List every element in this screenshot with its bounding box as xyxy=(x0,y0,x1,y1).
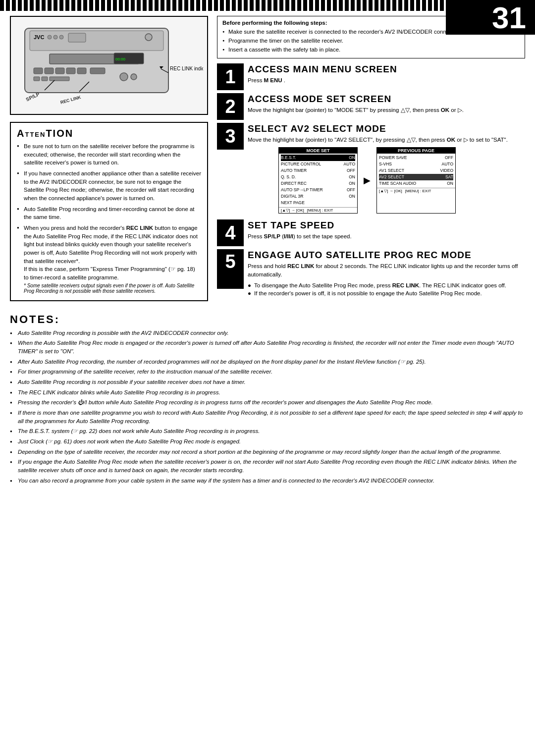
screen-value-powersave: OFF xyxy=(445,155,453,161)
step-3-desc: Move the highlight bar (pointer) to "AV2… xyxy=(248,136,525,144)
step-2-title: ACCESS MODE SET SCREEN xyxy=(248,94,525,105)
screen-value-directrec: ON xyxy=(349,181,355,186)
screen-value-picctrl: AUTO xyxy=(344,162,355,167)
screen-arrow: ▶ xyxy=(362,147,373,214)
notes-list: Auto Satellite Prog recording is possibl… xyxy=(10,329,525,485)
attention-item-1: Be sure not to turn on the satellite rec… xyxy=(17,142,201,167)
attention-title: ATTENTION xyxy=(17,128,201,139)
step-1-number: 1 xyxy=(217,63,244,90)
step-2-number: 2 xyxy=(217,93,244,120)
screen-row-av2select: AV2 SELECT SAT xyxy=(379,174,453,180)
step-4-row: 4 SET TAPE SPEED Press SP/LP (I/II/I) to… xyxy=(217,219,525,246)
screen-row-qsd: Q. S. D. ON xyxy=(281,174,355,180)
svg-rect-16 xyxy=(42,77,48,81)
screen-row-av1select: AV1 SELECT VIDEO xyxy=(379,167,453,174)
note-11: Depending on the type of satellite recei… xyxy=(10,448,525,456)
screen-label-picctrl: PICTURE CONTROL xyxy=(281,162,321,167)
note-4: For timer programming of the satellite r… xyxy=(10,368,525,376)
note-13: You can also record a programme from you… xyxy=(10,477,525,485)
step-5-bullets: ● To disengage the Auto Satellite Prog R… xyxy=(248,282,525,296)
svg-text:00:00: 00:00 xyxy=(115,57,126,61)
step-4-title: SET TAPE SPEED xyxy=(248,220,525,231)
step-3-number: 3 xyxy=(217,123,244,150)
svg-rect-15 xyxy=(34,77,40,81)
screen-value-autosplp: OFF xyxy=(347,187,355,193)
svg-rect-9 xyxy=(34,68,43,74)
note-2: When the Auto Satellite Prog Rec mode is… xyxy=(10,339,525,355)
svg-rect-11 xyxy=(55,68,64,74)
screen-label-av1select: AV1 SELECT xyxy=(379,168,404,173)
screen-value-digital3r: ON xyxy=(349,194,355,199)
attention-item-4: When you press and hold the recorder's R… xyxy=(17,224,201,282)
av2-screen-footer: [▲▽] → [OK] [MENU] : EXIT xyxy=(377,188,455,194)
svg-point-4 xyxy=(54,35,57,39)
before-steps-list: Make sure the satellite receiver is conn… xyxy=(222,28,520,54)
svg-point-5 xyxy=(59,35,63,39)
svg-rect-14 xyxy=(90,68,105,74)
svg-rect-6 xyxy=(68,33,86,42)
screen-label-timescan: TIME SCAN AUDIO xyxy=(379,181,416,186)
screen-value-svhs: AUTO xyxy=(442,162,453,167)
av2-screen-body: POWER SAVE OFF S-VHS AUTO AV1 SELECT VID… xyxy=(377,154,455,188)
svg-rect-10 xyxy=(45,68,54,74)
step-4-desc: Press SP/LP (I/II/I) to set the tape spe… xyxy=(248,232,525,241)
av2-footer-menu: [MENU] : EXIT xyxy=(405,189,431,193)
step-2-row: 2 ACCESS MODE SET SCREEN Move the highli… xyxy=(217,93,525,120)
attention-footnote: * Some satellite receivers output signal… xyxy=(17,283,201,294)
note-7: Pressing the recorder's ⏻/I button while… xyxy=(10,398,525,407)
step-4-number: 4 xyxy=(217,219,244,246)
note-10: Just Clock (☞ pg. 61) does not work when… xyxy=(10,437,525,446)
mode-set-screen-body: B.E.S.T. ON PICTURE CONTROL AUTO AUTO TI… xyxy=(279,154,357,207)
screen-value-best: ON xyxy=(349,155,355,161)
screen-row-timescan: TIME SCAN AUDIO ON xyxy=(379,180,453,187)
step-3-title: SELECT AV2 SELECT MODE xyxy=(248,124,525,134)
screen-row-svhs: S-VHS AUTO xyxy=(379,161,453,167)
step-2-content: ACCESS MODE SET SCREEN Move the highligh… xyxy=(244,93,525,114)
step-5-bullet-2: ● If the recorder's power is off, it is … xyxy=(248,290,525,296)
note-3: After Auto Satellite Prog recording, the… xyxy=(10,358,525,366)
note-5: Auto Satellite Prog recording is not pos… xyxy=(10,378,525,386)
svg-rect-12 xyxy=(66,68,75,74)
svg-point-3 xyxy=(48,35,52,39)
av2-select-screen: PREVIOUS PAGE POWER SAVE OFF S-VHS AUTO xyxy=(376,147,456,214)
mode-set-screen: MODE SET B.E.S.T. ON PICTURE CONTROL AUT… xyxy=(278,147,358,214)
step-5-bullet-1: ● To disengage the Auto Satellite Prog R… xyxy=(248,282,525,288)
step-5-row: 5 ENGAGE AUTO SATELLITE PROG REC MODE Pr… xyxy=(217,249,525,296)
svg-rect-17 xyxy=(50,77,69,81)
right-column: Before performing the following steps: M… xyxy=(217,16,525,301)
screen-footer-menu: [MENU] : EXIT xyxy=(307,208,333,213)
mode-set-screen-footer: [▲▽] → [OK] [MENU] : EXIT xyxy=(279,207,357,213)
attention-item-2: If you have connected another appliance … xyxy=(17,169,201,203)
screen-label-av2select: AV2 SELECT xyxy=(379,174,404,180)
step-1-row: 1 ACCESS MAIN MENU SCREEN Press M ENU . xyxy=(217,63,525,90)
screen-row-picctrl: PICTURE CONTROL AUTO xyxy=(281,161,355,167)
left-column: JVC xyxy=(10,16,208,301)
svg-point-7 xyxy=(145,34,152,41)
svg-text:REC LINK: REC LINK xyxy=(60,95,82,105)
screen-label-powersave: POWER SAVE xyxy=(379,155,407,161)
step-5-number: 5 xyxy=(217,249,244,289)
note-6: The REC LINK indicator blinks while Auto… xyxy=(10,388,525,397)
step-4-content: SET TAPE SPEED Press SP/LP (I/II/I) to s… xyxy=(244,219,525,241)
screen-value-autotimer: OFF xyxy=(347,168,355,173)
screen-row-nextpage: NEXT PAGE xyxy=(281,200,355,206)
step-5-title: ENGAGE AUTO SATELLITE PROG REC MODE xyxy=(248,250,525,261)
vcr-diagram: JVC xyxy=(10,16,208,115)
screen-row-powersave: POWER SAVE OFF xyxy=(379,155,453,161)
av2-footer-nav: [▲▽] → [OK] xyxy=(379,189,402,193)
screen-value-qsd: ON xyxy=(349,174,355,180)
screen-row-directrec: DIRECT REC ON xyxy=(281,180,355,187)
step-5-content: ENGAGE AUTO SATELLITE PROG REC MODE Pres… xyxy=(244,249,525,296)
screen-label-qsd: Q. S. D. xyxy=(281,174,296,180)
vcr-svg: JVC xyxy=(15,18,203,112)
step-1-content: ACCESS MAIN MENU SCREEN Press M ENU . xyxy=(244,63,525,85)
before-step-1: Make sure the satellite receiver is conn… xyxy=(222,28,520,36)
note-1: Auto Satellite Prog recording is possibl… xyxy=(10,329,525,337)
attention-box: ATTENTION Be sure not to turn on the sat… xyxy=(10,122,208,301)
screen-label-autotimer: AUTO TIMER xyxy=(281,168,307,173)
svg-rect-13 xyxy=(77,68,86,74)
notes-section: NOTES: Auto Satellite Prog recording is … xyxy=(0,308,535,492)
screen-label-svhs: S-VHS xyxy=(379,162,392,167)
step-5-desc: Press and hold REC LINK for about 2 seco… xyxy=(248,262,525,278)
mode-set-screen-title: MODE SET xyxy=(279,148,357,154)
